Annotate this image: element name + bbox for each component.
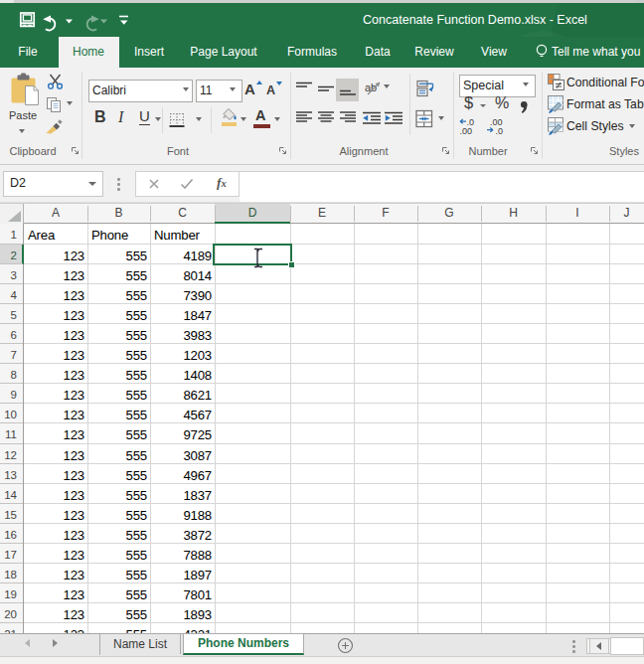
svg-text:.0: .0 <box>496 126 504 135</box>
svg-text:.00: .00 <box>460 126 473 135</box>
